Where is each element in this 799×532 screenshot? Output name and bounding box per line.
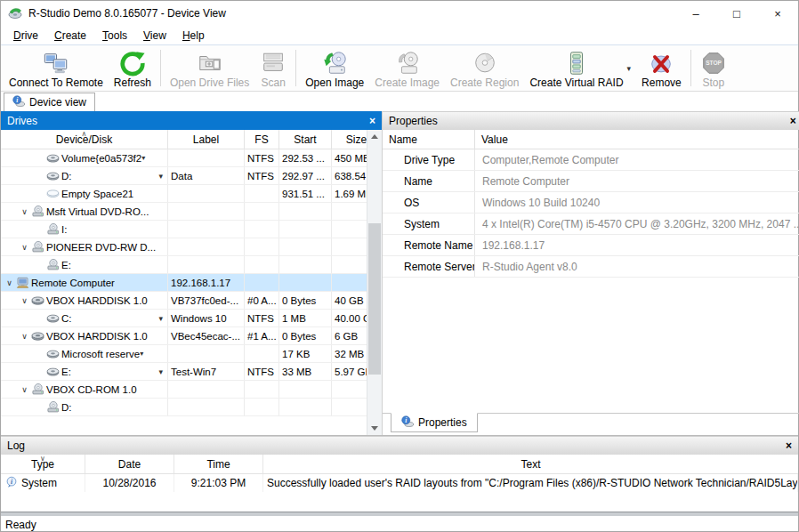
main-area: Drives × Device/Disk∧LabelFSStartSize Vo… <box>1 111 798 435</box>
log-panel-title: Log <box>7 439 25 452</box>
toolbar: Connect To RemoteRefreshOpen Drive Files… <box>1 45 798 92</box>
properties-tab-icon: i <box>401 415 414 431</box>
truncation-dropdown-icon[interactable]: ▾ <box>140 350 143 358</box>
column-header-device-disk[interactable]: Device/Disk∧ <box>1 130 168 149</box>
drives-panel-title: Drives <box>7 115 37 127</box>
expander-chevron-icon[interactable]: ∨ <box>18 332 31 341</box>
scroll-down-icon[interactable] <box>367 422 382 435</box>
property-row[interactable]: System4 x Intel(R) Core(TM) i5-4570 CPU … <box>383 214 799 235</box>
column-header-fs[interactable]: FS <box>245 130 279 149</box>
expander-chevron-icon[interactable]: ∨ <box>18 296 31 305</box>
properties-table: Drive TypeComputer,Remote ComputerNameRe… <box>383 149 799 413</box>
menu-bar: DriveCreateToolsViewHelp <box>1 26 798 45</box>
app-icon <box>8 5 22 22</box>
drive-row[interactable]: C:▾Windows 10NTFS1 MB40.00 GB <box>1 310 382 327</box>
column-header-value[interactable]: Value <box>475 130 514 149</box>
drives-scrollbar[interactable] <box>367 130 382 435</box>
drive-row[interactable]: ∨Msft Virtual DVD-RO... <box>1 203 382 221</box>
toolbar-separator <box>160 50 161 86</box>
property-value: Remote Computer <box>475 171 799 191</box>
connect-to-remote-button[interactable]: Connect To Remote <box>4 47 109 89</box>
drives-tree: Volume{e0a573f2▾NTFS292.53 ...450 MBD:▾D… <box>1 149 382 435</box>
column-header-name[interactable]: Name <box>383 130 475 149</box>
info-icon: i <box>4 476 21 491</box>
drive-row[interactable]: ∨VBOX HARDDISK 1.0VB737fc0ed-...#0 A...0… <box>1 292 382 310</box>
column-header-text[interactable]: Text <box>263 455 798 473</box>
drive-row[interactable]: Empty Space21931.51 ...1.69 MB <box>1 185 382 203</box>
drive-row[interactable]: E:▾Test-Win7NTFS33 MB5.97 GB <box>1 363 382 381</box>
properties-tab-strip: i Properties <box>383 413 799 435</box>
minimize-button[interactable]: – <box>675 1 716 26</box>
close-icon[interactable]: × <box>369 116 375 126</box>
create-image-icon <box>394 50 421 77</box>
row-dropdown-icon[interactable]: ▾ <box>158 172 165 181</box>
column-header-time[interactable]: Time <box>174 455 263 473</box>
expander-chevron-icon[interactable]: ∨ <box>18 385 31 394</box>
column-header-start[interactable]: Start <box>279 130 332 149</box>
drive-row[interactable]: D: <box>1 399 382 416</box>
window-title: R-Studio Demo 8.0.165077 - Device View <box>28 7 226 20</box>
drive-row[interactable]: D:▾DataNTFS292.97 ...638.54 GB <box>1 167 382 185</box>
column-header-date[interactable]: Date <box>85 455 174 473</box>
truncation-dropdown-icon[interactable]: ▾ <box>141 154 145 162</box>
dropdown-arrow-icon[interactable]: ▾ <box>627 64 632 73</box>
row-dropdown-icon[interactable]: ▾ <box>158 314 165 323</box>
property-row[interactable]: OSWindows 10 Build 10240 <box>383 192 799 214</box>
drive-row[interactable]: I: <box>1 221 382 238</box>
properties-panel: Properties × NameValue Drive TypeCompute… <box>382 111 799 435</box>
scroll-up-icon[interactable] <box>367 130 382 143</box>
create-region-button: Create Region <box>445 47 524 89</box>
menu-item-tools[interactable]: Tools <box>94 27 135 44</box>
properties-column-headers: NameValue <box>383 130 799 149</box>
property-value: 4 x Intel(R) Core(TM) i5-4570 CPU @ 3.20… <box>475 214 799 234</box>
drive-row[interactable]: ∨Remote Computer192.168.1.17 <box>1 274 382 292</box>
remove-button[interactable]: Remove <box>636 47 687 89</box>
close-icon[interactable]: × <box>786 440 792 451</box>
close-button[interactable]: × <box>757 1 798 26</box>
property-name: Name <box>383 171 475 191</box>
property-row[interactable]: NameRemote Computer <box>383 171 799 192</box>
optical-drive-icon <box>46 258 61 271</box>
disk-icon <box>46 365 61 378</box>
drive-row[interactable]: ∨VBOX HARDDISK 1.0VBec45ecac-...#1 A...0… <box>1 327 382 345</box>
remove-icon <box>648 50 674 77</box>
open-image-button[interactable]: Open Image <box>300 47 369 89</box>
column-header-label[interactable]: Label <box>168 130 245 149</box>
row-dropdown-icon[interactable]: ▾ <box>158 367 165 376</box>
menu-item-drive[interactable]: Drive <box>5 27 46 44</box>
property-name: Remote Server <box>383 256 475 277</box>
drive-row[interactable]: E: <box>1 256 382 274</box>
drive-row[interactable]: Microsoft reserve▾17 KB32 MB <box>1 345 382 363</box>
expander-chevron-icon[interactable]: ∨ <box>18 243 31 252</box>
tab-properties[interactable]: i Properties <box>391 413 478 432</box>
refresh-button[interactable]: Refresh <box>109 47 157 89</box>
maximize-button[interactable]: □ <box>716 1 757 26</box>
property-value: R-Studio Agent v8.0 <box>475 256 799 277</box>
drive-row[interactable]: ∨VBOX CD-ROM 1.0 <box>1 381 382 399</box>
disk-icon <box>46 151 61 165</box>
sort-ascending-icon: ∧ <box>82 130 87 138</box>
toolbar-separator <box>295 50 296 86</box>
drive-row[interactable]: ∨PIONEER DVD-RW D... <box>1 238 382 256</box>
optical-drive-icon <box>46 222 61 236</box>
open-drive-files-button: Open Drive Files <box>165 47 254 89</box>
scrollbar-thumb[interactable] <box>368 223 381 375</box>
menu-item-help[interactable]: Help <box>174 27 213 44</box>
property-name: Drive Type <box>383 149 475 170</box>
expander-chevron-icon[interactable]: ∨ <box>3 278 16 287</box>
menu-item-view[interactable]: View <box>135 27 174 44</box>
tab-device-view[interactable]: i Device view <box>4 93 95 111</box>
property-row[interactable]: Remote ServerR-Studio Agent v8.0 <box>383 256 799 278</box>
connect-remote-icon <box>43 50 69 77</box>
log-row[interactable]: iSystem10/28/20169:21:03 PMSuccessfully … <box>1 474 798 492</box>
column-header-type[interactable]: Type∨ <box>1 455 85 473</box>
property-row[interactable]: Drive TypeComputer,Remote Computer <box>383 149 799 171</box>
create-virtual-raid-button[interactable]: Create Virtual RAID▾ <box>524 47 636 89</box>
refresh-icon <box>119 50 146 77</box>
menu-item-create[interactable]: Create <box>46 27 94 44</box>
close-icon[interactable]: × <box>790 116 796 126</box>
drive-row[interactable]: Volume{e0a573f2▾NTFS292.53 ...450 MB <box>1 149 382 167</box>
expander-chevron-icon[interactable]: ∨ <box>18 207 31 216</box>
property-row[interactable]: Remote Name192.168.1.17 <box>383 235 799 256</box>
status-text: Ready <box>5 519 36 531</box>
